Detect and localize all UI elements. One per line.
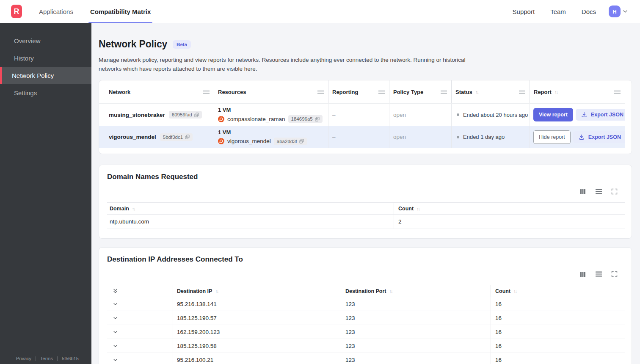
column-header-report[interactable]: Report ↑↓	[530, 80, 625, 103]
sidebar: Overview History Network Policy Settings…	[0, 23, 91, 364]
destination-ip-cell: 185.125.190.57	[173, 311, 341, 325]
count-cell: 16	[491, 311, 625, 325]
expand-row-button[interactable]	[107, 311, 173, 325]
section-title-domains: Domain Names Requested	[107, 173, 625, 181]
user-menu[interactable]: H	[609, 6, 628, 17]
network-name: vigorous_mendel	[109, 134, 156, 140]
column-resize-icon[interactable]	[317, 91, 324, 94]
column-header-domain[interactable]: Domain ↑↓	[107, 203, 394, 214]
column-header-status[interactable]: Status ↑↓	[452, 80, 530, 103]
column-header-destination-ip[interactable]: Destination IP ↑↓	[173, 285, 341, 297]
sidebar-item-network-policy[interactable]: Network Policy	[0, 67, 91, 84]
columns-icon[interactable]	[579, 188, 586, 195]
destination-port-cell: 123	[341, 339, 491, 353]
expand-row-button[interactable]	[107, 297, 173, 311]
chevron-down-icon[interactable]	[622, 8, 628, 14]
networks-table: Network Resources Reporting Policy Type …	[99, 80, 625, 148]
page-header: Network Policy Beta	[99, 39, 632, 50]
chevron-down-icon[interactable]	[113, 343, 118, 349]
sort-icon[interactable]: ↑↓	[389, 289, 392, 294]
sort-icon[interactable]: ↑↓	[417, 206, 419, 211]
column-header-count[interactable]: Count ↑↓	[491, 285, 625, 297]
column-label: Report	[534, 89, 552, 95]
copy-icon[interactable]	[299, 139, 304, 143]
secondary-links: Support Team Docs	[513, 8, 596, 15]
terms-link[interactable]: Terms	[40, 356, 53, 361]
column-header-policy-type[interactable]: Policy Type	[389, 80, 452, 103]
table-row: vigorous_mendel 5bdf3dc1 1 VM vigorous_m…	[99, 126, 625, 148]
expand-row-button[interactable]	[107, 325, 173, 339]
destination-port-cell: 123	[341, 297, 491, 311]
chevron-down-icon[interactable]	[113, 329, 118, 335]
sort-icon[interactable]: ↑↓	[554, 89, 557, 94]
columns-icon[interactable]	[579, 271, 586, 278]
chevron-down-icon[interactable]	[113, 301, 118, 307]
sort-icon[interactable]: ↑↓	[215, 289, 218, 294]
export-json-button[interactable]: Export JSON	[576, 109, 625, 121]
tab-applications[interactable]: Applications	[38, 0, 74, 23]
row-density-icon[interactable]	[595, 271, 602, 277]
ubuntu-icon	[218, 138, 224, 144]
copy-icon[interactable]	[185, 135, 190, 139]
chevron-down-icon[interactable]	[113, 357, 118, 363]
row-density-icon[interactable]	[595, 188, 602, 195]
sort-icon[interactable]: ↑↓	[513, 289, 516, 294]
export-json-label: Export JSON	[588, 134, 621, 140]
network-id-badge[interactable]: 60959fad	[169, 111, 202, 119]
network-id-badge[interactable]: 5bdf3dc1	[160, 133, 193, 141]
page-title: Network Policy	[99, 39, 167, 50]
resource-id-badge[interactable]: 184696a5	[288, 115, 323, 123]
column-resize-icon[interactable]	[614, 91, 621, 94]
avatar[interactable]: H	[609, 6, 621, 17]
column-resize-icon[interactable]	[441, 91, 447, 94]
resource-name: vigorous_mendel	[227, 138, 271, 144]
table-row: 95.216.100.21 123 16	[107, 353, 625, 364]
report-cell: View report Export JSON	[530, 104, 625, 126]
column-label: Destination IP	[177, 288, 212, 294]
fullscreen-icon[interactable]	[611, 188, 618, 195]
sidebar-item-overview[interactable]: Overview	[0, 32, 91, 50]
policy-type-cell: open	[389, 104, 452, 126]
network-id: 60959fad	[172, 112, 192, 117]
sort-icon[interactable]: ↑↓	[132, 206, 135, 211]
sort-icon[interactable]: ↑↓	[475, 89, 478, 94]
table-row: ntp.ubuntu.com 2	[107, 215, 625, 229]
app-logo[interactable]: R	[11, 5, 22, 18]
tab-compatibility-matrix[interactable]: Compatibility Matrix	[89, 0, 152, 23]
column-header-destination-port[interactable]: Destination Port ↑↓	[341, 285, 491, 297]
report-toggle-button[interactable]: Hide report	[533, 130, 571, 144]
column-resize-icon[interactable]	[203, 91, 210, 94]
report-toggle-button[interactable]: View report	[533, 108, 573, 121]
copy-icon[interactable]	[194, 113, 199, 117]
column-header-resources[interactable]: Resources	[214, 80, 328, 103]
column-resize-icon[interactable]	[519, 91, 525, 94]
column-resize-icon[interactable]	[378, 91, 385, 94]
column-label: Count	[398, 206, 414, 212]
expand-row-button[interactable]	[107, 353, 173, 364]
fullscreen-icon[interactable]	[611, 271, 618, 277]
download-icon	[581, 112, 587, 118]
section-title-ips: Destination IP Addresses Connected To	[107, 255, 625, 264]
resource-id: 184696a5	[291, 116, 313, 121]
top-navigation: R Applications Compatibility Matrix Supp…	[0, 0, 640, 23]
privacy-link[interactable]: Privacy	[16, 356, 31, 361]
expand-all-rows-button[interactable]	[107, 285, 173, 297]
column-header-network[interactable]: Network	[99, 80, 214, 103]
status-text: Ended about 20 hours ago	[463, 112, 528, 118]
chevron-down-icon[interactable]	[113, 315, 118, 321]
reporting-cell: –	[328, 104, 389, 126]
resource-id-badge[interactable]: aba2dd3f	[274, 138, 307, 145]
nav-support-link[interactable]: Support	[513, 8, 535, 15]
nav-docs-link[interactable]: Docs	[582, 8, 596, 15]
export-json-button[interactable]: Export JSON	[573, 131, 625, 143]
column-header-count[interactable]: Count ↑↓	[394, 203, 625, 214]
column-header-reporting[interactable]: Reporting	[328, 80, 389, 103]
expand-row-button[interactable]	[107, 339, 173, 353]
sidebar-item-history[interactable]: History	[0, 50, 91, 67]
domain-cell: ntp.ubuntu.com	[107, 215, 394, 229]
status-cell: Ended 1 day ago	[452, 126, 530, 148]
domains-table-body: ntp.ubuntu.com 2	[107, 215, 625, 229]
sidebar-item-settings[interactable]: Settings	[0, 84, 91, 102]
copy-icon[interactable]	[315, 117, 320, 121]
nav-team-link[interactable]: Team	[550, 8, 566, 15]
